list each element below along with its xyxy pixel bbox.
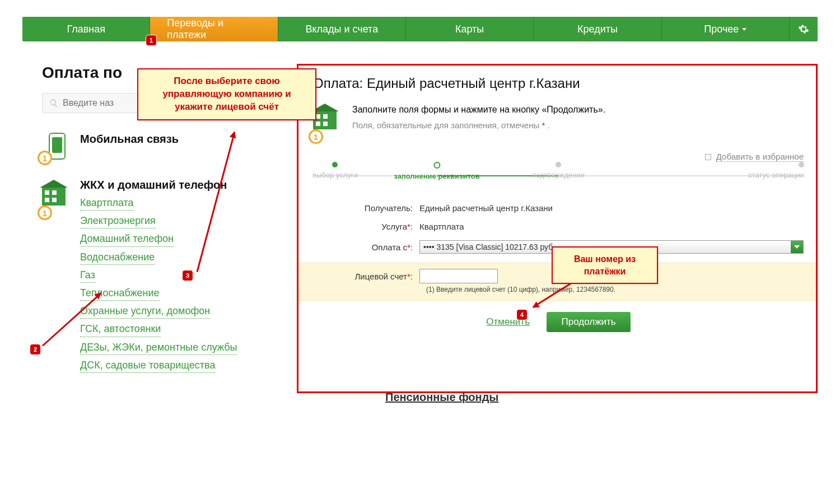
link-security[interactable]: Охранные услуги, домофон [80,304,210,319]
step-ring: 1 [38,206,52,220]
label-account: Лицевой счет*: [313,272,419,281]
gear-icon [798,24,809,35]
category-title[interactable]: Мобильная связь [80,133,286,146]
label-recipient: Получатель: [313,203,419,213]
value-service: Квартплата [419,222,804,231]
add-favorite-link[interactable]: Добавить в избранное [716,152,804,162]
label-payfrom: Оплата с*: [313,242,419,252]
annotation-badge-3: 3 [183,270,193,281]
link-dsk[interactable]: ДСК, садовые товарищества [80,358,215,373]
link-gsk[interactable]: ГСК, автостоянки [80,322,161,337]
nav-label: Переводы и платежи [167,17,260,41]
wizard-step-1: выбор услуги [312,162,358,179]
annotation-badge-1: 1 [146,35,156,45]
link-water[interactable]: Водоснабжение [80,250,155,265]
callout-select-company: После выберите свою управляющую компанию… [137,68,316,120]
dropdown-button[interactable] [791,241,803,253]
phone-icon: 1 [42,133,71,162]
account-hint: (1) Введите лицевой счет (10 цифр), напр… [412,286,816,297]
link-home-phone[interactable]: Домашний телефон [80,232,174,246]
callout-your-number: Ваш номер из платёжки [552,246,658,284]
nav-cards[interactable]: Карты [406,17,534,41]
nav-credits[interactable]: Кредиты [534,17,661,41]
category-utilities: 1 ЖКХ и домашний телефон Квартплата Элек… [42,179,286,376]
search-icon [49,99,58,108]
nav-deposits[interactable]: Вклады и счета [278,17,406,41]
payment-panel: Оплата: Единый расчетный центр г.Казани … [297,64,818,393]
wizard-steps: выбор услуги заполнение реквизитов подтв… [315,170,801,186]
payfrom-value: •••• 3135 [Visa Classic] 10217.63 руб. [423,242,555,251]
link-heating[interactable]: Теплоснабжение [80,286,160,301]
chevron-down-icon [794,245,800,249]
wizard-step-4: статус операции [748,162,804,179]
step-ring: 1 [309,129,323,144]
value-recipient: Единый расчетный центр г.Казани [419,203,804,213]
account-input[interactable] [419,269,498,283]
row-recipient: Получатель: Единый расчетный центр г.Каз… [313,203,804,213]
chevron-down-icon [742,28,746,31]
house-icon: 1 [42,179,71,376]
actions-row: Отменить Продолжить [313,312,804,332]
required-note: Поля, обязательные для заполнения, отмеч… [352,120,605,130]
instruction-text: Заполните поля формы и нажмите на кнопку… [352,102,605,117]
category-mobile: 1 Мобильная связь [42,133,286,162]
nav-transfers-payments[interactable]: Переводы и платежи [150,17,278,41]
step-ring: 1 [38,151,52,165]
category-title[interactable]: ЖКХ и домашний телефон [80,179,286,192]
nav-main[interactable]: Главная [22,17,150,41]
link-kvartplata[interactable]: Квартплата [80,196,134,211]
link-dez[interactable]: ДЕЗы, ЖЭКи, ремонтные службы [80,340,237,355]
annotation-badge-4: 4 [517,310,527,320]
link-gas[interactable]: Газ [80,268,95,283]
house-icon: 1 [313,102,344,141]
link-electricity[interactable]: Электроэнергия [80,214,156,228]
panel-title: Оплата: Единый расчетный центр г.Казани [313,76,804,91]
favorite-row: Добавить в избранное [313,152,804,162]
instruction-row: 1 Заполните поля формы и нажмите на кноп… [313,102,804,141]
annotation-badge-2: 2 [30,344,40,354]
nav-other[interactable]: Прочее [662,17,790,41]
top-nav: Главная Переводы и платежи Вклады и счет… [22,17,818,41]
wizard-step-3: подтверждение [532,162,585,179]
nav-settings[interactable] [790,17,818,41]
label-service: Услуга*: [313,222,419,231]
nav-label: Прочее [704,24,739,35]
continue-button[interactable]: Продолжить [547,312,630,332]
bookmark-icon [705,154,711,160]
row-service: Услуга*: Квартплата [313,222,804,231]
wizard-step-2: заполнение реквизитов [394,162,479,180]
partial-link-pension[interactable]: Пенсионные фонды [385,391,498,404]
